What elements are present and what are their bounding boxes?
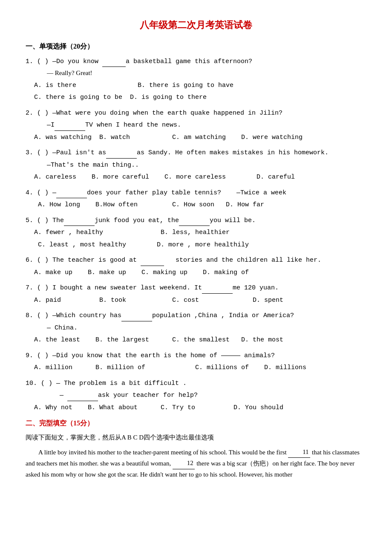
q1-optC: C. there is going to be D. is going to t… xyxy=(34,94,207,101)
q8-num: 8. ( ) —Which country has population ,Ch… xyxy=(26,312,294,319)
question-3: 3. ( ) —Paul isn't as as Sandy. He often… xyxy=(26,147,366,183)
question-7: 7. ( ) I bought a new sweater last weeke… xyxy=(26,282,366,306)
q9-num: 9. ( ) —Did you know that the earth is t… xyxy=(26,352,275,359)
q5-num: 5. ( ) The junk food you eat, the you wi… xyxy=(26,217,256,224)
q10-num: 10. ( ) — The problem is a bit difficult… xyxy=(26,380,187,387)
question-10: 10. ( ) — The problem is a bit difficult… xyxy=(26,378,366,413)
q4-num: 4. ( ) — does your father play table ten… xyxy=(26,189,286,197)
section1-title: 一、单项选择（20分） xyxy=(26,40,366,52)
page-title: 八年级第二次月考英语试卷 xyxy=(26,17,366,33)
question-1: 1. ( ) —Do you know a basketball game th… xyxy=(26,56,366,103)
q2-opts: A. was watching B. watch C. am watching … xyxy=(34,134,303,141)
q10-opts: A. Why not B. What about C. Try to D. Yo… xyxy=(34,404,283,411)
question-9: 9. ( ) —Did you know that the earth is t… xyxy=(26,350,366,373)
question-5: 5. ( ) The junk food you eat, the you wi… xyxy=(26,215,366,251)
q6-num: 6. ( ) The teacher is good at stories an… xyxy=(26,257,321,264)
q5-optC: C. least , most healthy D. more , more h… xyxy=(34,241,249,249)
q3-opts: A. careless B. more careful C. more care… xyxy=(34,173,295,181)
question-2: 2. ( ) —What were you doing when the ear… xyxy=(26,107,366,143)
q7-opts: A. paid B. took C. cost D. spent xyxy=(34,297,283,304)
q7-num: 7. ( ) I bought a new sweater last weeke… xyxy=(26,284,279,292)
q1-num: 1. ( ) —Do you know a basketball game th… xyxy=(26,58,252,65)
q2-num: 2. ( ) —What were you doing when the ear… xyxy=(26,110,282,117)
q5-optA: A. fewer , healthy B. less, healthier xyxy=(34,229,230,236)
section2-title: 二、完型填空（15分） xyxy=(26,417,366,429)
q1-optA: A. is there B. there is going to have xyxy=(34,82,233,89)
question-6: 6. ( ) The teacher is good at stories an… xyxy=(26,254,366,278)
q8-opts: A. the least B. the largest C. the small… xyxy=(34,336,283,344)
question-4: 4. ( ) — does your father play table ten… xyxy=(26,187,366,211)
q9-opts: A. million B. million of C. millions of … xyxy=(34,364,306,371)
q4-opts: A. How long B.How often C. How soon D. H… xyxy=(34,201,264,208)
q3-num: 3. ( ) —Paul isn't as as Sandy. He often… xyxy=(26,149,329,156)
q6-opts: A. make up B. make up C. making up D. ma… xyxy=(34,269,249,276)
question-8: 8. ( ) —Which country has population ,Ch… xyxy=(26,310,366,346)
passage-text: A little boy invited his mother to the t… xyxy=(26,449,360,478)
passage-block: A little boy invited his mother to the t… xyxy=(26,447,366,480)
section2-sub: 阅读下面短文，掌握大意，然后从A B C D四个选项中选出最佳选项 xyxy=(26,432,366,443)
